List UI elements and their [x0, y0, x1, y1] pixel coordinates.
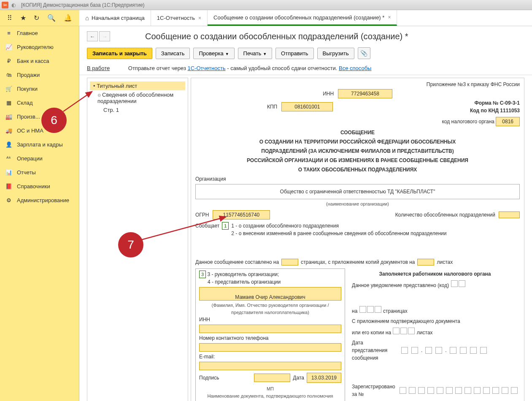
inn-value[interactable]: 7729463458 [338, 89, 392, 98]
inn2-label: ИНН [199, 316, 341, 323]
sidebar-icon: 📕 [5, 183, 13, 190]
tab-home[interactable]: Начальная страница [79, 10, 151, 26]
kpp-value[interactable]: 081601001 [281, 102, 333, 111]
annotation-badge-6: 6 [41, 108, 67, 133]
btn-label: Проверка [199, 50, 223, 57]
sidebar-label: Руководителю [17, 44, 54, 50]
sidebar-label: Зарплата и кадры [17, 141, 63, 148]
kpp-label: КПП [267, 103, 277, 111]
sidebar-icon: 👤 [5, 141, 13, 148]
sidebar-icon: ≡ [5, 30, 13, 36]
email-label: E-mail: [199, 353, 341, 360]
tree-node-title[interactable]: • Титульный лист [90, 81, 185, 90]
inn2-field[interactable] [199, 325, 341, 333]
sidebar-label: Покупки [17, 86, 38, 92]
sidebar-item-6[interactable]: 🏭Произв... [0, 110, 79, 124]
tab-label: Начальная страница [92, 15, 145, 21]
sidebar-item-7[interactable]: 🚚ОС и НМА [0, 124, 79, 138]
sidebar-label: Главное [17, 30, 38, 36]
sidebar-item-9[interactable]: ᴬᵏОперации [0, 152, 79, 165]
search-icon[interactable]: 🔍 [47, 14, 56, 22]
sidebar-item-4[interactable]: 🛒Покупки [0, 82, 79, 96]
sidebar-item-8[interactable]: 👤Зарплата и кадры [0, 138, 79, 152]
annotation-badge-7: 7 [118, 232, 143, 257]
check-button[interactable]: Проверка▼ [193, 48, 234, 59]
sidebar-label: ОС и НМА [17, 127, 43, 134]
close-icon[interactable]: × [388, 14, 391, 20]
dropdown-icon[interactable]: ◐ [10, 2, 17, 8]
ogrn-value[interactable]: 1157746516740 [213, 210, 270, 219]
sidebar-label: Банк и касса [17, 58, 49, 64]
sidebar-item-5[interactable]: ▦Склад [0, 96, 79, 110]
sidebar-icon: 🛒 [5, 86, 13, 92]
form-number: Форма № С-09-3-1 [470, 99, 520, 107]
tree-node-subdivision[interactable]: ⊖Сведения об обособленном подразделении [90, 90, 185, 106]
sidebar-item-1[interactable]: 📈Руководителю [0, 40, 79, 54]
close-icon[interactable]: × [198, 15, 201, 21]
sidebar-item-12[interactable]: ⚙Администрирование [0, 193, 79, 207]
link-1c-report[interactable]: 1С-Отчетность [187, 65, 225, 71]
sidebar-icon: ₽ [5, 58, 13, 64]
left-column: 3 3 - руководитель организации; 4 - пред… [195, 268, 345, 401]
phone-field[interactable] [199, 343, 341, 352]
sidebar-item-10[interactable]: 📊Отчеты [0, 165, 79, 179]
sidebar-icon: 📈 [5, 44, 13, 50]
heading: СООБЩЕНИЕ [195, 129, 520, 136]
toolbar-iconbar: ⠿ ★ ↻ 🔍 🔔 [0, 10, 79, 26]
sidebar-item-0[interactable]: ≡Главное [0, 26, 79, 40]
sidebar-item-3[interactable]: 🛍Продажи [0, 68, 79, 82]
btn-label: Печать [243, 50, 262, 57]
role-value[interactable]: 3 [199, 271, 206, 279]
report-type-value[interactable]: 1 [222, 222, 229, 230]
date-value[interactable]: 13.03.2019 [307, 373, 341, 383]
sidebar-icon: 🚚 [5, 127, 13, 134]
tax-code-label: код налогового органа [442, 119, 494, 125]
docs-count[interactable] [417, 259, 434, 266]
report-form: Приложение №3 к приказу ФНС России ИНН 7… [191, 78, 524, 401]
sidebar-label: Операции [17, 155, 43, 162]
bell-icon[interactable]: 🔔 [64, 14, 72, 22]
sidebar-label: Склад [17, 100, 33, 106]
sign-field[interactable] [254, 374, 290, 382]
save-button[interactable]: Записать [156, 48, 190, 59]
link-all-ways[interactable]: Все способы [339, 65, 371, 71]
fio-field[interactable]: Мамаев Очир Александрович [199, 287, 341, 301]
sidebar-label: Справочники [17, 183, 50, 190]
sidebar-label: Отчеты [17, 169, 36, 176]
print-button[interactable]: Печать▼ [238, 48, 273, 59]
sidebar-icon: 🏭 [5, 114, 13, 120]
titlebar: 1c ◐ [КОПИЯ] Демонстрационная база (1С:П… [0, 0, 532, 10]
apps-icon[interactable]: ⠿ [7, 14, 12, 22]
sidebar-icon: ⚙ [5, 197, 13, 203]
appendix-label: Приложение №3 к приказу ФНС России [195, 81, 520, 88]
tab-message[interactable]: Сообщение о создании обособленных подраз… [208, 10, 397, 26]
send-button[interactable]: Отправить [275, 48, 313, 59]
back-button[interactable]: ← [87, 31, 98, 41]
export-button[interactable]: Выгрузить [317, 48, 354, 59]
star-icon[interactable]: ★ [20, 14, 26, 22]
tree-node-page1[interactable]: Стр. 1 [90, 106, 185, 114]
history-icon[interactable]: ↻ [34, 14, 39, 22]
page-title: Сообщение о создании обособленных подраз… [145, 32, 408, 41]
count-value[interactable] [499, 211, 520, 218]
save-close-button[interactable]: Записать и закрыть [87, 48, 152, 59]
org-name[interactable]: Общество с ограниченной ответственностью… [195, 184, 520, 199]
sidebar-icon: 🛍 [5, 72, 13, 78]
pages-count[interactable] [281, 259, 298, 266]
knd-code: Код по КНД 1111053 [470, 107, 520, 114]
sidebar-item-2[interactable]: ₽Банк и касса [0, 54, 79, 68]
window-title: [КОПИЯ] Демонстрационная база (1С:Предпр… [21, 2, 145, 8]
forward-button[interactable]: → [99, 31, 110, 41]
attach-icon[interactable]: 📎 [358, 47, 370, 59]
report-type-label: Сообщает [195, 222, 219, 230]
content: ← → Сообщение о создании обособленных по… [79, 26, 532, 401]
status-link[interactable]: В работе [87, 65, 110, 71]
email-field[interactable] [199, 362, 341, 370]
sidebar-item-11[interactable]: 📕Справочники [0, 179, 79, 193]
tax-code-value[interactable]: 0816 [496, 117, 520, 126]
sidebar-icon: 📊 [5, 169, 13, 176]
tab-reporting[interactable]: 1С-Отчетность× [151, 10, 208, 26]
ogrn-label: ОГРН [195, 211, 209, 219]
collapse-icon[interactable]: ⊖ [97, 93, 101, 98]
sidebar-icon: ▦ [5, 100, 13, 106]
